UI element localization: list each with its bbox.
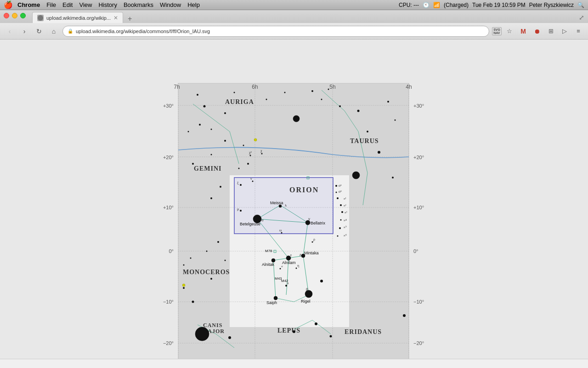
- gmail-button[interactable]: M: [517, 25, 529, 37]
- url-text: upload.wikimedia.org/wikipedia/commons/f…: [76, 29, 484, 34]
- auriga-label: AURIGA: [225, 98, 254, 105]
- apple-menu[interactable]: 🍎: [4, 0, 13, 9]
- dec-10-right: +10°: [413, 205, 424, 210]
- label-meissa: Meissa: [270, 201, 283, 205]
- apps-button[interactable]: ⊞: [545, 25, 557, 37]
- gemini-label: GEMINI: [194, 165, 221, 172]
- star-gem3: [238, 168, 240, 169]
- star-mono1: [183, 287, 185, 289]
- star-gem5: [243, 145, 244, 146]
- star-sm13: [378, 151, 380, 154]
- active-tab[interactable]: upload.wikimedia.org/wikip... ✕: [32, 12, 123, 23]
- star-sm4: [234, 92, 235, 93]
- star-lg-lower: [228, 336, 231, 339]
- cast-button[interactable]: ▷: [559, 25, 571, 37]
- star-saiph: [274, 296, 277, 300]
- new-tab-button[interactable]: +: [125, 15, 135, 23]
- toolbar: ‹ › ↻ ⌂ 🔒 upload.wikimedia.org/wikipedia…: [0, 23, 588, 40]
- svg-text:ν: ν: [250, 177, 252, 181]
- beta-label: β: [306, 287, 308, 291]
- eridanus-label: ERIDANUS: [345, 328, 382, 335]
- star-yellow2: [182, 284, 185, 287]
- menu-button[interactable]: ≡: [572, 25, 584, 37]
- reload-button[interactable]: ↻: [33, 25, 45, 37]
- home-button[interactable]: ⌂: [48, 25, 60, 37]
- svg-text:ω: ω: [279, 228, 282, 232]
- chrome-window: upload.wikimedia.org/wikip... ✕ + ⤢ ‹ › …: [0, 10, 588, 368]
- star-gem4: [247, 163, 249, 165]
- svg-text:σ: σ: [281, 264, 283, 268]
- search-icon[interactable]: 🔍: [577, 2, 584, 8]
- svg-text:δ: δ: [300, 253, 301, 257]
- svg-text:π⁵: π⁵: [344, 225, 347, 229]
- label-betelgeuse: Betelgeuse: [240, 222, 260, 226]
- star-sm15: [395, 120, 396, 121]
- dec-n20-right: −20°: [413, 340, 424, 346]
- star-capella: [293, 115, 300, 122]
- minimize-button[interactable]: [12, 13, 17, 18]
- star-sm8: [321, 99, 322, 100]
- dec-n20-left: −20°: [163, 340, 174, 346]
- svg-point-61: [336, 192, 337, 193]
- svg-text:ξ: ξ: [237, 181, 239, 185]
- battery-indicator: (Charged): [444, 2, 469, 8]
- menu-window[interactable]: Window: [160, 1, 181, 8]
- star-pi6: [337, 236, 339, 237]
- star-mono3: [210, 278, 212, 280]
- star-pi3: [341, 211, 343, 213]
- svg-nav-badge: SVGNAV: [492, 27, 502, 35]
- svg-text:σ²: σ²: [339, 190, 342, 194]
- svg-text:π¹: π¹: [344, 197, 346, 201]
- toolbar-icons: SVGNAV ☆ M ⏺ ⊞ ▷ ≡: [492, 25, 584, 37]
- svg-text:χ²: χ²: [249, 150, 252, 155]
- tab-title: upload.wikimedia.org/wikip...: [46, 15, 111, 21]
- star-mono7: [217, 241, 219, 243]
- menu-chrome[interactable]: Chrome: [17, 1, 40, 8]
- alpha-label: α: [261, 218, 264, 222]
- star-xi: [240, 184, 242, 186]
- menu-history[interactable]: History: [98, 1, 117, 8]
- dec-n10-right: −10°: [413, 299, 424, 305]
- wifi-icon: 📶: [433, 2, 440, 8]
- forward-button[interactable]: ›: [18, 25, 30, 37]
- svg-text:π³: π³: [345, 211, 347, 214]
- record-button[interactable]: ⏺: [531, 25, 543, 37]
- star-erid2: [403, 314, 406, 317]
- taurus-label: TAURUS: [350, 138, 379, 144]
- menu-bookmarks[interactable]: Bookmarks: [124, 1, 153, 8]
- dec-30-left: +30°: [163, 103, 174, 109]
- svg-text:π⁶: π⁶: [344, 234, 347, 237]
- star-lepus2: [315, 322, 317, 325]
- menubar-right: CPU: --- 🕙 📶 (Charged) Tue Feb 19 10:59 …: [399, 2, 584, 8]
- dec-30-right: +30°: [413, 103, 424, 109]
- username: Peter Ryszkiewicz: [529, 2, 574, 8]
- menu-edit[interactable]: Edit: [62, 1, 73, 8]
- label-m43: M43: [275, 276, 282, 281]
- expand-button[interactable]: ⤢: [579, 14, 584, 21]
- dec-0-right: 0°: [413, 248, 418, 254]
- svg-text:ε: ε: [290, 253, 292, 257]
- address-bar[interactable]: 🔒 upload.wikimedia.org/wikipedia/commons…: [62, 26, 489, 37]
- maximize-button[interactable]: [20, 13, 26, 18]
- star-sm16: [392, 177, 394, 178]
- star-chi2: [250, 155, 251, 156]
- label-saiph: Saiph: [266, 300, 277, 305]
- label-bellatrix: Bellatrix: [311, 221, 326, 225]
- bookmark-star-button[interactable]: ☆: [503, 25, 515, 37]
- tab-close-button[interactable]: ✕: [113, 15, 118, 21]
- star-sm7: [311, 90, 313, 92]
- star-pi5: [339, 227, 341, 229]
- back-button[interactable]: ‹: [4, 25, 16, 37]
- menu-view[interactable]: View: [79, 1, 92, 8]
- label-mintaka: Mintaka: [304, 251, 319, 255]
- ra-4h-top: 4h: [406, 84, 412, 90]
- ra-7h-top: 7h: [174, 84, 180, 90]
- star-chi: [261, 153, 263, 155]
- close-button[interactable]: [4, 13, 9, 18]
- menu-file[interactable]: File: [46, 1, 56, 8]
- menu-help[interactable]: Help: [187, 1, 200, 8]
- star-gem8: [192, 163, 194, 165]
- label-alnilam: Alnilam: [282, 260, 296, 265]
- titlebar: upload.wikimedia.org/wikip... ✕ + ⤢: [0, 10, 588, 23]
- svg-point-0: [38, 15, 43, 21]
